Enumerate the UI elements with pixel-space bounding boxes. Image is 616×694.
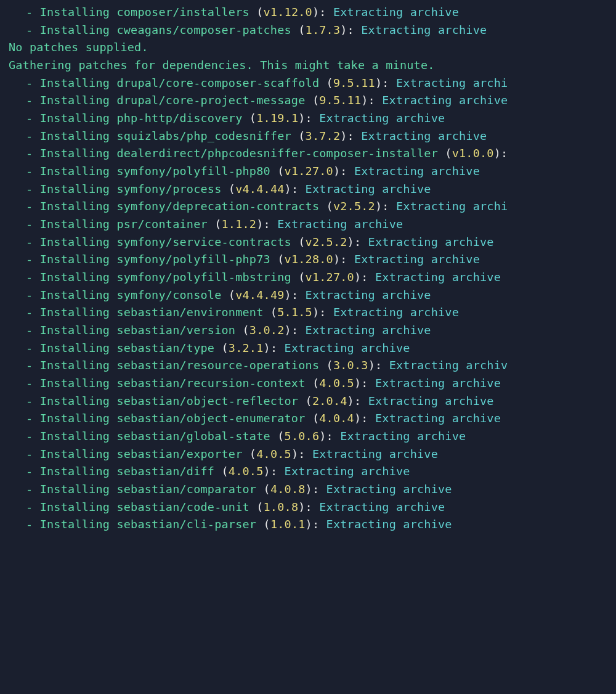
paren-open: (	[291, 235, 306, 248]
install-status: Extracting archive	[306, 324, 431, 337]
package-name: symfony/polyfill-mbstring	[116, 271, 291, 284]
package-name: drupal/core-project-message	[116, 94, 305, 107]
install-action: Installing	[40, 129, 110, 142]
install-status: Extracting archive	[375, 271, 501, 284]
paren-open: (	[270, 165, 285, 178]
package-version: v1.27.0	[306, 271, 354, 284]
install-action: Installing	[40, 306, 110, 319]
paren-close: ):	[285, 324, 306, 337]
install-line: - Installing sebastian/object-reflector …	[0, 393, 616, 410]
package-name: sebastian/cli-parser	[116, 518, 256, 531]
package-name: sebastian/comparator	[116, 483, 256, 496]
install-line: - Installing sebastian/environment (5.1.…	[0, 304, 616, 322]
paren-open: (	[306, 377, 320, 390]
dash-marker: -	[26, 324, 40, 337]
package-version: 9.5.11	[319, 94, 361, 107]
dash-marker: -	[26, 76, 40, 89]
install-action: Installing	[40, 288, 110, 301]
paren-open: (	[222, 182, 236, 195]
dash-marker: -	[26, 518, 40, 531]
package-name: symfony/process	[116, 182, 221, 195]
dash-marker: -	[26, 112, 40, 125]
paren-close: ):	[354, 377, 375, 390]
package-name: sebastian/diff	[116, 465, 214, 478]
install-line: - Installing sebastian/object-enumerator…	[0, 410, 616, 428]
package-version: 4.0.8	[270, 483, 306, 496]
paren-open: (	[319, 76, 333, 89]
install-line: - Installing drupal/core-project-message…	[0, 92, 616, 110]
install-status: Extracting archive	[368, 394, 494, 407]
install-line: - Installing sebastian/cli-parser (1.0.1…	[0, 516, 616, 534]
package-name: sebastian/version	[116, 324, 235, 337]
dash-marker: -	[26, 500, 40, 513]
install-status: Extracting archive	[340, 430, 466, 443]
paren-close: ):	[264, 465, 285, 478]
dash-marker: -	[26, 271, 40, 284]
package-version: v2.5.2	[306, 235, 347, 248]
package-name: drupal/core-composer-scaffold	[116, 76, 319, 89]
paren-close: ):	[354, 412, 375, 425]
dash-marker: -	[26, 377, 40, 390]
paren-open: (	[438, 147, 452, 160]
package-version: v4.4.49	[235, 288, 284, 301]
install-status: Extracting archive	[285, 465, 410, 478]
paren-close: ):	[291, 447, 312, 460]
package-name: psr/container	[116, 218, 207, 231]
paren-open: (	[270, 430, 285, 443]
install-line: - Installing php-http/discovery (1.19.1)…	[0, 110, 616, 128]
dash-marker: -	[26, 465, 40, 478]
package-name: symfony/deprecation-contracts	[116, 200, 319, 213]
install-status: Extracting archive	[312, 447, 438, 460]
paren-close: ):	[494, 147, 508, 160]
dash-marker: -	[26, 6, 40, 18]
dash-marker: -	[26, 182, 40, 195]
dash-marker: -	[26, 288, 40, 301]
install-line: - Installing symfony/polyfill-php80 (v1.…	[0, 163, 616, 181]
package-version: 9.5.11	[333, 76, 375, 89]
install-status: Extracting archi	[396, 200, 508, 213]
install-line: - Installing sebastian/global-state (5.0…	[0, 428, 616, 446]
paren-close: ):	[347, 235, 368, 248]
dash-marker: -	[26, 412, 40, 425]
dash-marker: -	[26, 306, 40, 319]
paren-open: (	[306, 94, 320, 107]
paren-open: (	[291, 129, 306, 142]
package-version: 3.2.1	[229, 341, 264, 354]
install-line: - Installing symfony/process (v4.4.44): …	[0, 181, 616, 198]
install-action: Installing	[40, 6, 110, 18]
paren-open: (	[243, 112, 257, 125]
package-version: 5.1.5	[277, 306, 312, 319]
package-version: 4.0.5	[256, 447, 291, 460]
package-version: 3.0.3	[333, 359, 368, 372]
status-message: No patches supplied.	[0, 39, 616, 57]
paren-close: ):	[347, 394, 368, 407]
package-version: 4.0.5	[319, 377, 354, 390]
install-line: - Installing sebastian/code-unit (1.0.8)…	[0, 499, 616, 516]
package-version: 1.19.1	[256, 112, 298, 125]
install-status: Extracting archive	[375, 377, 501, 390]
paren-close: ):	[319, 430, 340, 443]
paren-close: ):	[340, 23, 361, 36]
paren-open: (	[298, 394, 312, 407]
package-version: 1.1.2	[222, 218, 257, 231]
install-line: - Installing sebastian/comparator (4.0.8…	[0, 481, 616, 499]
paren-open: (	[319, 200, 333, 213]
package-name: dealerdirect/phpcodesniffer-composer-ins…	[116, 147, 438, 160]
install-status: Extracting archive	[285, 341, 410, 354]
install-status: Extracting archive	[361, 129, 487, 142]
dash-marker: -	[26, 341, 40, 354]
install-action: Installing	[40, 182, 110, 195]
install-action: Installing	[40, 235, 110, 248]
package-version: 3.7.2	[306, 129, 341, 142]
install-action: Installing	[40, 430, 110, 443]
paren-open: (	[208, 218, 222, 231]
dash-marker: -	[26, 235, 40, 248]
paren-close: ):	[354, 271, 375, 284]
install-action: Installing	[40, 377, 110, 390]
paren-close: ):	[333, 253, 354, 266]
install-action: Installing	[40, 341, 110, 354]
paren-close: ):	[375, 76, 396, 89]
dash-marker: -	[26, 483, 40, 496]
install-action: Installing	[40, 165, 110, 178]
dash-marker: -	[26, 359, 40, 372]
